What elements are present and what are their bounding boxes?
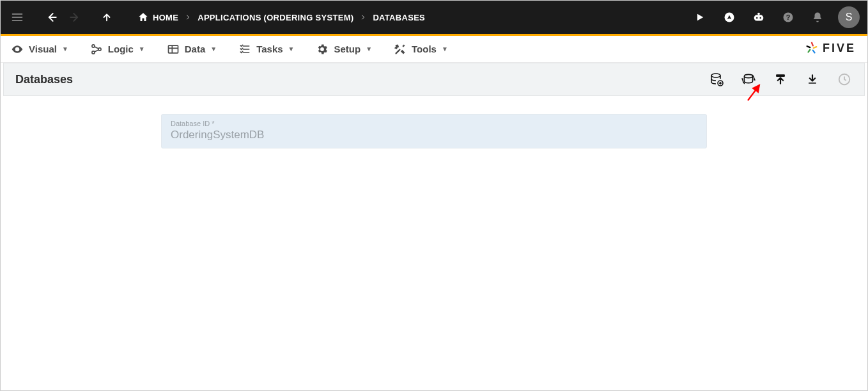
forward-icon bbox=[66, 8, 84, 26]
brand-logo: FIVE bbox=[805, 41, 856, 55]
data-table-icon bbox=[167, 43, 180, 56]
svg-point-14 bbox=[745, 74, 753, 77]
svg-text:?: ? bbox=[786, 13, 791, 21]
menu-setup-label: Setup bbox=[334, 44, 360, 54]
avatar[interactable]: S bbox=[838, 6, 860, 28]
chevron-down-icon: ▼ bbox=[139, 45, 145, 52]
chevron-down-icon: ▼ bbox=[442, 45, 448, 52]
bell-icon[interactable] bbox=[809, 8, 826, 26]
brand-mark-icon bbox=[805, 41, 819, 55]
chevron-right-icon bbox=[360, 14, 366, 20]
tools-icon bbox=[394, 43, 407, 56]
content-area: Database ID * OrderingSystemDB bbox=[1, 96, 867, 148]
db-add-button[interactable] bbox=[708, 71, 725, 88]
up-icon[interactable] bbox=[98, 8, 116, 26]
play-icon[interactable] bbox=[691, 8, 709, 26]
menu-setup[interactable]: Setup ▼ bbox=[316, 43, 372, 56]
database-id-label: Database ID * bbox=[171, 120, 697, 127]
svg-point-12 bbox=[711, 74, 720, 77]
history-button[interactable] bbox=[836, 71, 853, 88]
hamburger-icon[interactable] bbox=[8, 8, 26, 26]
tasks-icon bbox=[238, 43, 251, 56]
breadcrumb-leaf[interactable]: DATABASES bbox=[373, 13, 425, 22]
menu-visual-label: Visual bbox=[29, 44, 57, 54]
chevron-right-icon bbox=[185, 14, 191, 20]
svg-point-7 bbox=[16, 48, 18, 50]
brand-text: FIVE bbox=[823, 42, 856, 55]
menu-tools-label: Tools bbox=[412, 44, 437, 54]
chevron-down-icon: ▼ bbox=[210, 45, 217, 52]
svg-point-4 bbox=[759, 17, 761, 19]
chevron-down-icon: ▼ bbox=[288, 45, 295, 52]
menubar: Visual ▼ Logic ▼ Data ▼ Tasks ▼ bbox=[1, 36, 867, 63]
svg-point-3 bbox=[756, 17, 758, 19]
menu-tools[interactable]: Tools ▼ bbox=[394, 43, 448, 56]
database-id-field[interactable]: Database ID * OrderingSystemDB bbox=[161, 114, 707, 148]
back-icon[interactable] bbox=[43, 8, 61, 26]
breadcrumb-home[interactable]: HOME bbox=[137, 12, 178, 23]
search-explore-icon[interactable] bbox=[720, 8, 738, 26]
svg-rect-1 bbox=[754, 15, 764, 20]
breadcrumb-app[interactable]: APPLICATIONS (ORDERING SYSTEM) bbox=[198, 13, 353, 22]
menu-logic-label: Logic bbox=[108, 44, 134, 54]
breadcrumb-home-label: HOME bbox=[153, 13, 178, 22]
database-id-value: OrderingSystemDB bbox=[171, 129, 697, 141]
download-button[interactable] bbox=[804, 71, 821, 88]
page-title: Databases bbox=[15, 73, 73, 86]
svg-rect-2 bbox=[757, 13, 760, 15]
chevron-down-icon: ▼ bbox=[62, 45, 68, 52]
home-icon bbox=[137, 12, 149, 23]
page-header: Databases bbox=[3, 63, 865, 96]
logic-icon bbox=[90, 43, 103, 56]
menu-data[interactable]: Data ▼ bbox=[167, 43, 217, 56]
menu-data-label: Data bbox=[185, 44, 206, 54]
db-sync-button[interactable] bbox=[740, 71, 757, 88]
gear-icon bbox=[316, 43, 329, 56]
chevron-down-icon: ▼ bbox=[366, 45, 372, 52]
menu-tasks-label: Tasks bbox=[256, 44, 283, 54]
svg-rect-11 bbox=[168, 45, 178, 53]
menu-tasks[interactable]: Tasks ▼ bbox=[238, 43, 294, 56]
breadcrumb: HOME APPLICATIONS (ORDERING SYSTEM) DATA… bbox=[137, 12, 425, 23]
topbar: HOME APPLICATIONS (ORDERING SYSTEM) DATA… bbox=[1, 1, 867, 34]
avatar-initial: S bbox=[846, 12, 853, 23]
help-icon[interactable]: ? bbox=[779, 8, 797, 26]
eye-icon bbox=[11, 43, 24, 56]
menu-logic[interactable]: Logic ▼ bbox=[90, 43, 145, 56]
upload-button[interactable] bbox=[772, 71, 789, 88]
bot-icon[interactable] bbox=[750, 8, 768, 26]
menu-visual[interactable]: Visual ▼ bbox=[11, 43, 68, 56]
